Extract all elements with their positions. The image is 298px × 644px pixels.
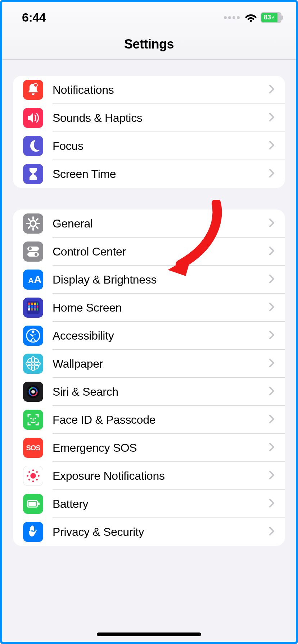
- settings-row-label: Focus: [53, 139, 268, 153]
- settings-row-label: Control Center: [53, 245, 268, 258]
- chevron-right-icon: [268, 85, 275, 95]
- settings-row-display-brightness[interactable]: Display & Brightness: [13, 266, 285, 294]
- settings-row-label: Exposure Notifications: [53, 469, 268, 483]
- svg-point-0: [250, 20, 252, 22]
- chevron-right-icon: [268, 169, 275, 179]
- settings-row-screen-time[interactable]: Screen Time: [13, 160, 285, 188]
- chevron-right-icon: [268, 443, 275, 453]
- chevron-right-icon: [268, 331, 275, 341]
- header: Settings: [2, 29, 296, 60]
- page-title: Settings: [124, 37, 174, 52]
- chevron-right-icon: [268, 113, 275, 123]
- settings-row-label: Wallpaper: [53, 357, 268, 371]
- faceid-icon: [23, 410, 43, 430]
- speaker-icon: [23, 108, 43, 128]
- settings-row-focus[interactable]: Focus: [13, 132, 285, 160]
- textsize-icon: [23, 270, 43, 290]
- settings-content[interactable]: NotificationsSounds & HapticsFocusScreen…: [2, 60, 296, 589]
- settings-row-label: Home Screen: [53, 301, 268, 314]
- settings-row-label: Notifications: [53, 83, 268, 97]
- grid-icon: [23, 298, 43, 318]
- settings-row-label: Screen Time: [53, 167, 268, 181]
- settings-row-control-center[interactable]: Control Center: [13, 238, 285, 266]
- toggles-icon: [23, 242, 43, 262]
- flower-icon: [23, 354, 43, 374]
- settings-row-label: Display & Brightness: [53, 273, 268, 286]
- settings-row-label: Privacy & Security: [53, 525, 268, 539]
- settings-row-wallpaper[interactable]: Wallpaper: [13, 350, 285, 378]
- chevron-right-icon: [268, 218, 275, 229]
- settings-row-label: Sounds & Haptics: [53, 111, 268, 125]
- settings-row-label: General: [53, 217, 268, 230]
- settings-row-faceid-passcode[interactable]: Face ID & Passcode: [13, 406, 285, 434]
- chevron-right-icon: [268, 527, 275, 537]
- settings-row-notifications[interactable]: Notifications: [13, 76, 285, 104]
- hourglass-icon: [23, 164, 43, 184]
- status-right: 83 ⚡︎: [224, 12, 281, 23]
- settings-row-label: Battery: [53, 497, 268, 511]
- chevron-right-icon: [268, 471, 275, 481]
- chevron-right-icon: [268, 499, 275, 509]
- battery-icon: [23, 494, 43, 514]
- hand-icon: [23, 522, 43, 542]
- chevron-right-icon: [268, 359, 275, 369]
- settings-row-home-screen[interactable]: Home Screen: [13, 294, 285, 322]
- settings-row-accessibility[interactable]: Accessibility: [13, 322, 285, 350]
- settings-row-label: Face ID & Passcode: [53, 413, 268, 427]
- cellular-dots-icon: [224, 16, 240, 19]
- charging-bolt-icon: ⚡︎: [271, 15, 275, 20]
- status-bar: 6:44 83 ⚡︎: [2, 2, 296, 29]
- settings-row-general[interactable]: General: [13, 210, 285, 238]
- gear-icon: [23, 213, 43, 234]
- settings-row-sounds-haptics[interactable]: Sounds & Haptics: [13, 104, 285, 132]
- settings-row-battery[interactable]: Battery: [13, 490, 285, 518]
- chevron-right-icon: [268, 141, 275, 151]
- settings-row-exposure-notifications[interactable]: Exposure Notifications: [13, 462, 285, 490]
- settings-group: GeneralControl CenterDisplay & Brightnes…: [13, 210, 285, 546]
- wifi-icon: [245, 13, 257, 22]
- accessibility-icon: [23, 326, 43, 346]
- sos-icon: [23, 438, 43, 458]
- settings-row-emergency-sos[interactable]: Emergency SOS: [13, 434, 285, 462]
- chevron-right-icon: [268, 387, 275, 397]
- settings-row-label: Accessibility: [53, 329, 268, 342]
- siri-icon: [23, 382, 43, 402]
- chevron-right-icon: [268, 275, 275, 285]
- battery-percent: 83: [264, 14, 271, 21]
- exposure-icon: [23, 466, 43, 486]
- chevron-right-icon: [268, 247, 275, 257]
- status-time: 6:44: [22, 10, 46, 24]
- settings-group: NotificationsSounds & HapticsFocusScreen…: [13, 76, 285, 188]
- bell-icon: [23, 80, 43, 100]
- chevron-right-icon: [268, 415, 275, 425]
- chevron-right-icon: [268, 303, 275, 313]
- settings-row-label: Emergency SOS: [53, 441, 268, 455]
- settings-row-label: Siri & Search: [53, 385, 268, 399]
- moon-icon: [23, 136, 43, 156]
- battery-icon: 83 ⚡︎: [261, 12, 281, 23]
- settings-row-privacy-security[interactable]: Privacy & Security: [13, 518, 285, 546]
- home-indicator[interactable]: [97, 632, 201, 636]
- settings-row-siri-search[interactable]: Siri & Search: [13, 378, 285, 406]
